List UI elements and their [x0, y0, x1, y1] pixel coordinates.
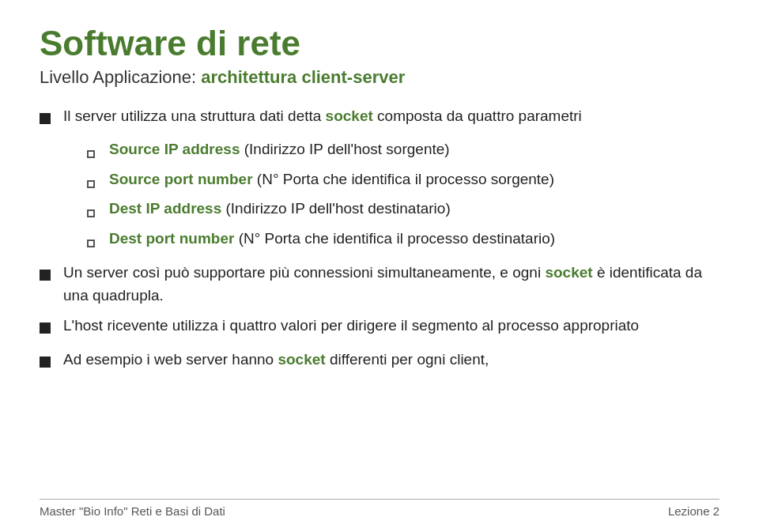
footer: Master "Bio Info" Reti e Basi di Dati Le… [40, 499, 719, 518]
bullet-text-4: Ad esempio i web server hanno socket dif… [63, 349, 489, 372]
bullet3-prefix: L'host ricevente utilizza i quattro valo… [63, 317, 639, 334]
sub-icon-4 [87, 232, 104, 255]
sub3-prefix: Dest IP address [109, 200, 226, 217]
sub-square-4 [87, 240, 95, 247]
sub-bullet-4: Dest port number (N° Porta che identific… [87, 228, 719, 255]
bullet-main-3: L'host ricevente utilizza i quattro valo… [40, 315, 719, 341]
slide-subtitle: Livello Applicazione: architettura clien… [40, 67, 719, 88]
sub2-normal: (N° Porta che identifica il processo sor… [257, 171, 554, 187]
bullet-text-2: Un server così può supportare più connes… [63, 262, 719, 307]
subtitle-prefix: Livello Applicazione: [40, 67, 201, 87]
bullet-main-1: Il server utilizza una struttura dati de… [40, 105, 719, 131]
bullet-icon-3 [40, 318, 57, 341]
footer-left: Master "Bio Info" Reti e Basi di Dati [40, 504, 225, 518]
bullet-main-2: Un server così può supportare più connes… [40, 262, 719, 307]
content-area: Il server utilizza una struttura dati de… [40, 105, 719, 375]
sub1-prefix: Source IP address [109, 141, 244, 157]
bullet4-prefix: Ad esempio i web server hanno [63, 351, 278, 368]
sub-square-3 [87, 209, 95, 217]
bullet4-suffix: differenti per ogni client, [326, 351, 489, 368]
square-icon-1 [40, 113, 51, 124]
sub-text-3: Dest IP address (Indirizzo IP dell'host … [109, 198, 451, 221]
square-icon-2 [40, 270, 51, 281]
sub-text-2: Source port number (N° Porta che identif… [109, 168, 554, 191]
bullet1-suffix: composta da quattro parametri [373, 108, 582, 124]
sub-icon-3 [87, 202, 104, 224]
square-icon-4 [40, 357, 51, 368]
subtitle-highlight: architettura client-server [201, 67, 405, 87]
sub3-normal: (Indirizzo IP dell'host destinatario) [226, 200, 451, 217]
bullet2-prefix: Un server così può supportare più connes… [63, 264, 545, 281]
bullet4-highlight: socket [278, 351, 325, 368]
sub-bullet-2: Source port number (N° Porta che identif… [87, 168, 719, 195]
sub-square-2 [87, 180, 95, 188]
bullet-text-1: Il server utilizza una struttura dati de… [63, 105, 582, 128]
sub1-normal: (Indirizzo IP dell'host sorgente) [244, 141, 450, 157]
slide: Software di rete Livello Applicazione: a… [0, 0, 759, 532]
bullet2-highlight: socket [545, 264, 592, 281]
sub4-prefix: Dest port number [109, 230, 239, 247]
sub-square-1 [87, 150, 95, 158]
bullet-text-3: L'host ricevente utilizza i quattro valo… [63, 315, 639, 338]
square-icon-3 [40, 323, 51, 334]
sub-icon-1 [87, 142, 104, 165]
bullet-icon-2 [40, 265, 57, 288]
sub-icon-2 [87, 172, 104, 195]
bullet1-prefix: Il server utilizza una struttura dati de… [63, 108, 326, 124]
sub2-prefix: Source port number [109, 171, 257, 187]
sub-bullets-group-1: Source IP address (Indirizzo IP dell'hos… [63, 138, 719, 254]
sub4-normal: (N° Porta che identifica il processo des… [239, 230, 555, 247]
bullet-icon-4 [40, 352, 57, 375]
sub-bullet-3: Dest IP address (Indirizzo IP dell'host … [87, 198, 719, 224]
bullet1-highlight: socket [326, 108, 373, 124]
slide-title: Software di rete [40, 24, 719, 64]
bullet-icon-1 [40, 108, 57, 131]
footer-right: Lezione 2 [668, 504, 719, 518]
sub-text-4: Dest port number (N° Porta che identific… [109, 228, 555, 251]
sub-text-1: Source IP address (Indirizzo IP dell'hos… [109, 138, 450, 161]
bullet-main-4: Ad esempio i web server hanno socket dif… [40, 349, 719, 375]
sub-bullet-1: Source IP address (Indirizzo IP dell'hos… [87, 138, 719, 165]
